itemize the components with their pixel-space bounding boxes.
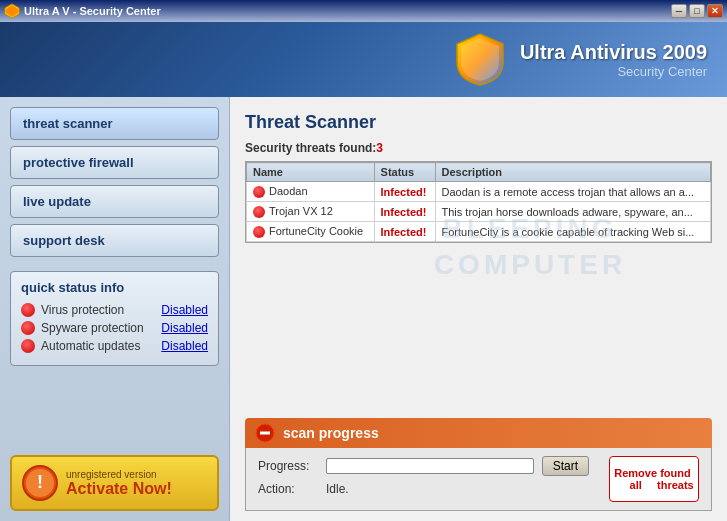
start-button[interactable]: Start	[542, 456, 589, 476]
nav-support-desk[interactable]: support desk	[10, 224, 219, 257]
status-spyware: Spyware protection Disabled	[21, 321, 208, 335]
table-header-row: Name Status Description	[247, 163, 711, 182]
col-description: Description	[435, 163, 710, 182]
threat-status: Infected!	[374, 182, 435, 202]
threats-found-text: Security threats found:3	[245, 141, 712, 155]
status-updates: Automatic updates Disabled	[21, 339, 208, 353]
col-name: Name	[247, 163, 375, 182]
shield-icon	[455, 32, 505, 87]
progress-label: Progress:	[258, 459, 318, 473]
progress-row: Progress: Start	[258, 456, 589, 476]
threat-name: FortuneCity Cookie	[247, 222, 375, 242]
unregistered-box[interactable]: ! unregistered version Activate Now!	[10, 455, 219, 511]
svg-text:!: !	[37, 472, 43, 492]
header-text: Ultra Antivirus 2009 Security Center	[520, 41, 707, 79]
page-title: Threat Scanner	[245, 112, 712, 133]
progress-bar-container	[326, 458, 534, 474]
scan-fields: Progress: Start Action: Idle.	[258, 456, 589, 502]
minimize-button[interactable]: ─	[671, 4, 687, 18]
nav-protective-firewall[interactable]: protective firewall	[10, 146, 219, 179]
threat-description: FortuneCity is a cookie capable of track…	[435, 222, 710, 242]
table-row: FortuneCity Cookie Infected! FortuneCity…	[247, 222, 711, 242]
unregistered-icon: !	[22, 465, 58, 501]
threats-found-label: Security threats found:	[245, 141, 376, 155]
threats-count: 3	[376, 141, 383, 155]
col-status: Status	[374, 163, 435, 182]
nav-threat-scanner[interactable]: threat scanner	[10, 107, 219, 140]
watermark-line2: COMPUTER	[434, 247, 626, 283]
spyware-status-dot	[21, 321, 35, 335]
quick-status-title: quick status info	[21, 280, 208, 295]
updates-label: Automatic updates	[41, 339, 155, 353]
unreg-small-text: unregistered version	[66, 469, 172, 480]
content-area: Threat Scanner Security threats found:3 …	[230, 97, 727, 521]
threat-status: Infected!	[374, 202, 435, 222]
action-value: Idle.	[326, 482, 349, 496]
threats-table: Name Status Description Daodan Infected!…	[246, 162, 711, 242]
unreg-big-text: Activate Now!	[66, 480, 172, 498]
sidebar: threat scanner protective firewall live …	[0, 97, 230, 521]
remove-threats-button[interactable]: Remove all found threats	[609, 456, 699, 502]
table-row: Daodan Infected! Daodan is a remote acce…	[247, 182, 711, 202]
unreg-text: unregistered version Activate Now!	[66, 469, 172, 498]
quick-status-panel: quick status info Virus protection Disab…	[10, 271, 219, 366]
action-row: Action: Idle.	[258, 482, 589, 496]
threat-description: Daodan is a remote access trojan that al…	[435, 182, 710, 202]
window-title: Ultra A V - Security Center	[24, 5, 161, 17]
updates-status-link[interactable]: Disabled	[161, 339, 208, 353]
table-row: Trojan VX 12 Infected! This trojan horse…	[247, 202, 711, 222]
scan-body: Progress: Start Action: Idle. Remove all…	[245, 448, 712, 511]
header-title: Ultra Antivirus 2009	[520, 41, 707, 64]
title-bar: Ultra A V - Security Center ─ □ ✕	[0, 0, 727, 22]
action-label: Action:	[258, 482, 318, 496]
title-bar-buttons: ─ □ ✕	[671, 4, 723, 18]
virus-status-dot	[21, 303, 35, 317]
scan-title: scan progress	[283, 425, 379, 441]
remove-btn-line2: found threats	[657, 467, 694, 491]
status-virus: Virus protection Disabled	[21, 303, 208, 317]
threat-description: This trojan horse downloads adware, spyw…	[435, 202, 710, 222]
virus-status-link[interactable]: Disabled	[161, 303, 208, 317]
scan-icon	[255, 423, 275, 443]
updates-status-dot	[21, 339, 35, 353]
header: Ultra Antivirus 2009 Security Center	[0, 22, 727, 97]
scan-section: scan progress Progress: Start Action: Id…	[230, 408, 727, 521]
threat-name: Trojan VX 12	[247, 202, 375, 222]
threats-table-container: Name Status Description Daodan Infected!…	[245, 161, 712, 243]
app-icon	[4, 3, 20, 19]
spyware-label: Spyware protection	[41, 321, 155, 335]
threat-name: Daodan	[247, 182, 375, 202]
nav-live-update[interactable]: live update	[10, 185, 219, 218]
remove-btn-line1: Remove all	[614, 467, 657, 491]
virus-label: Virus protection	[41, 303, 155, 317]
header-content: Ultra Antivirus 2009 Security Center	[455, 32, 707, 87]
close-button[interactable]: ✕	[707, 4, 723, 18]
threat-status: Infected!	[374, 222, 435, 242]
maximize-button[interactable]: □	[689, 4, 705, 18]
main-layout: threat scanner protective firewall live …	[0, 97, 727, 521]
spyware-status-link[interactable]: Disabled	[161, 321, 208, 335]
header-subtitle: Security Center	[520, 64, 707, 79]
scan-header: scan progress	[245, 418, 712, 448]
title-bar-left: Ultra A V - Security Center	[4, 3, 161, 19]
